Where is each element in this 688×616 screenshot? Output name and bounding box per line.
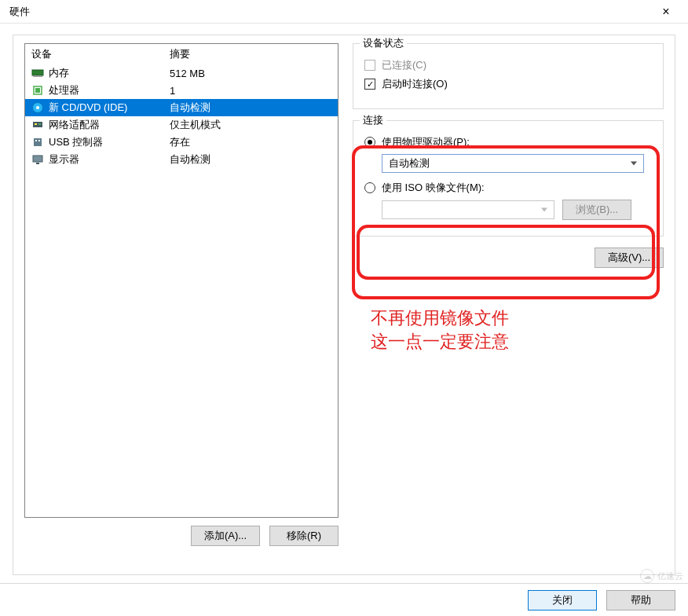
connected-label: 已连接(C): [382, 58, 426, 72]
device-summary: 512 MB: [170, 68, 331, 79]
usb-icon: [31, 136, 44, 148]
connected-row[interactable]: 已连接(C): [364, 58, 652, 72]
hardware-dialog: 硬件 × 设备 摘要: [0, 0, 688, 616]
cpu-icon: [31, 84, 44, 97]
device-name: 处理器: [49, 83, 79, 97]
device-name: 新 CD/DVD (IDE): [49, 101, 127, 115]
device-row-memory[interactable]: 内存 512 MB: [25, 64, 338, 82]
content-area: 设备 摘要 内存 512 MB: [0, 24, 688, 583]
device-row-display[interactable]: 显示器 自动检测: [25, 151, 338, 168]
device-name: 显示器: [49, 152, 79, 167]
connection-legend: 连接: [360, 113, 386, 127]
device-name: 网络适配器: [49, 118, 100, 132]
svg-rect-10: [35, 140, 37, 141]
annotation-text: 不再使用镜像文件 这一点一定要注意: [371, 306, 509, 354]
device-row-cpu[interactable]: 处理器 1: [25, 82, 338, 99]
device-summary: 存在: [170, 135, 331, 149]
svg-point-5: [36, 106, 39, 109]
watermark: ☁ 亿速云: [640, 569, 683, 583]
cd-icon: [31, 101, 44, 114]
device-state-legend: 设备状态: [360, 36, 407, 50]
iso-label: 使用 ISO 映像文件(M):: [382, 181, 485, 195]
device-list-header: 设备 摘要: [25, 44, 338, 64]
remove-button[interactable]: 移除(R): [269, 526, 339, 546]
svg-rect-12: [33, 156, 42, 162]
annotation-line1: 不再使用镜像文件: [371, 306, 509, 330]
svg-rect-11: [38, 140, 40, 141]
titlebar: 硬件 ×: [0, 0, 688, 24]
physical-drive-label: 使用物理驱动器(P):: [382, 135, 470, 149]
connect-on-poweron-row[interactable]: 启动时连接(O): [364, 77, 652, 91]
device-row-cddvd[interactable]: 新 CD/DVD (IDE) 自动检测: [25, 99, 338, 116]
device-summary: 自动检测: [170, 101, 331, 115]
svg-rect-7: [35, 123, 37, 125]
left-column: 设备 摘要 内存 512 MB: [24, 43, 339, 563]
left-button-row: 添加(A)... 移除(R): [24, 526, 339, 546]
connection-fieldset: 连接 使用物理驱动器(P): 自动检测 使用 ISO 映像文件(M):: [353, 120, 664, 236]
device-summary: 仅主机模式: [170, 118, 331, 132]
network-icon: [31, 119, 44, 131]
svg-rect-1: [33, 75, 42, 77]
iso-radio[interactable]: [364, 182, 375, 193]
advanced-button[interactable]: 高级(V)...: [595, 248, 664, 268]
iso-path-input: [382, 200, 554, 219]
device-name: USB 控制器: [49, 135, 103, 149]
svg-rect-6: [33, 122, 42, 127]
inner-frame: 设备 摘要 内存 512 MB: [13, 35, 675, 575]
device-state-fieldset: 设备状态 已连接(C) 启动时连接(O): [353, 43, 664, 109]
device-row-network[interactable]: 网络适配器 仅主机模式: [25, 116, 338, 134]
device-name: 内存: [49, 66, 69, 80]
help-button[interactable]: 帮助: [606, 590, 675, 610]
iso-row-radio[interactable]: 使用 ISO 映像文件(M):: [364, 181, 652, 195]
right-column: 设备状态 已连接(C) 启动时连接(O) 连接: [353, 43, 664, 563]
window-title: 硬件: [9, 5, 650, 19]
connect-on-poweron-checkbox[interactable]: [364, 79, 375, 90]
physical-drive-radio[interactable]: [364, 137, 375, 148]
svg-rect-9: [34, 138, 42, 146]
add-button[interactable]: 添加(A)...: [191, 526, 260, 546]
watermark-icon: ☁: [640, 569, 654, 583]
device-summary: 自动检测: [170, 152, 331, 167]
close-button[interactable]: 关闭: [528, 590, 597, 610]
device-summary: 1: [170, 85, 331, 97]
connect-on-poweron-label: 启动时连接(O): [382, 77, 448, 91]
physical-drive-select[interactable]: 自动检测: [382, 154, 644, 173]
svg-rect-3: [35, 88, 40, 93]
display-icon: [31, 153, 44, 166]
physical-drive-row[interactable]: 使用物理驱动器(P):: [364, 135, 652, 149]
device-list[interactable]: 设备 摘要 内存 512 MB: [24, 43, 339, 518]
device-row-usb[interactable]: USB 控制器 存在: [25, 134, 338, 151]
svg-rect-8: [38, 123, 41, 125]
watermark-text: 亿速云: [657, 570, 683, 582]
bottom-bar: 关闭 帮助: [0, 583, 688, 616]
annotation-line2: 这一点一定要注意: [371, 330, 509, 354]
header-device: 设备: [31, 47, 170, 61]
connected-checkbox: [364, 60, 375, 71]
svg-rect-0: [32, 70, 43, 75]
svg-rect-13: [36, 163, 39, 164]
memory-icon: [31, 67, 44, 79]
physical-drive-value: 自动检测: [389, 156, 430, 170]
header-summary: 摘要: [170, 47, 331, 61]
close-icon[interactable]: ×: [650, 1, 682, 23]
browse-button: 浏览(B)...: [562, 200, 631, 220]
